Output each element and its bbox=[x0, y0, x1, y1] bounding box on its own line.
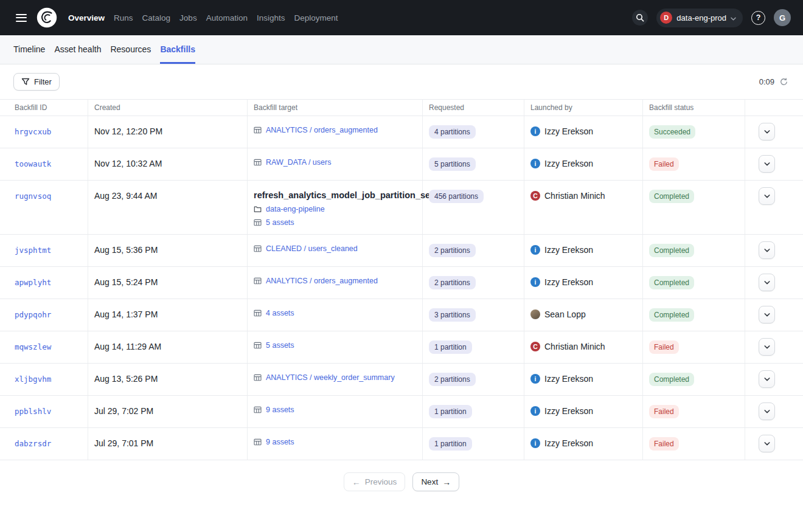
backfill-id-link[interactable]: hrgvcxub bbox=[15, 127, 51, 136]
target-line: CLEANED / users_cleaned bbox=[254, 244, 415, 253]
nav-item-runs[interactable]: Runs bbox=[114, 13, 133, 22]
requested-cell: 5 partitions bbox=[423, 148, 524, 180]
next-button[interactable]: Next → bbox=[412, 472, 459, 491]
backfill-target-cell: ANALYTICS / orders_augmented bbox=[248, 116, 423, 148]
launched-by-cell: iIzzy Erekson bbox=[524, 148, 643, 180]
menu-icon[interactable] bbox=[12, 10, 30, 26]
chevron-down-icon bbox=[764, 410, 770, 413]
actions-cell bbox=[745, 267, 803, 299]
backfill-id-link[interactable]: mqwszlew bbox=[15, 342, 51, 351]
status-cell: Succeeded bbox=[643, 116, 745, 148]
table-row: dabzrsdrJul 29, 7:01 PM9 assets1 partiti… bbox=[0, 428, 803, 460]
backfill-id-cell: pdypqohr bbox=[0, 299, 88, 331]
toolbar: Filter 0:09 bbox=[0, 64, 803, 99]
target-link[interactable]: 5 assets bbox=[266, 218, 294, 227]
tab-resources[interactable]: Resources bbox=[110, 35, 151, 64]
column-header-launched-by: Launched by bbox=[524, 100, 643, 116]
backfill-id-link[interactable]: dabzrsdr bbox=[15, 439, 51, 448]
backfill-id-link[interactable]: jvsphtmt bbox=[15, 246, 51, 255]
refresh-timer: 0:09 bbox=[759, 77, 774, 86]
created-cell: Nov 12, 10:32 AM bbox=[88, 148, 248, 180]
refresh-icon[interactable] bbox=[779, 77, 788, 86]
row-menu-button[interactable] bbox=[759, 274, 775, 291]
help-icon[interactable]: ? bbox=[751, 11, 765, 25]
backfill-id-link[interactable]: pdypqohr bbox=[15, 310, 51, 319]
backfill-id-link[interactable]: toowautk bbox=[15, 159, 51, 168]
filter-button[interactable]: Filter bbox=[13, 73, 60, 91]
requested-cell: 1 partition bbox=[423, 428, 524, 460]
arrow-right-icon: → bbox=[442, 478, 451, 486]
asset-table-icon bbox=[254, 245, 262, 252]
nav-item-insights[interactable]: Insights bbox=[257, 13, 285, 22]
target-link[interactable]: ANALYTICS / orders_augmented bbox=[266, 126, 378, 134]
target-line: ANALYTICS / weekly_order_summary bbox=[254, 373, 415, 382]
tab-asset-health[interactable]: Asset health bbox=[54, 35, 101, 64]
asset-table-icon bbox=[254, 374, 262, 381]
launched-by-name: Izzy Erekson bbox=[544, 438, 593, 448]
backfill-id-cell: toowautk bbox=[0, 148, 88, 180]
backfill-id-link[interactable]: apwplyht bbox=[15, 278, 51, 287]
user-wrap: CChristian Minich bbox=[530, 191, 635, 201]
table-row: xljbgvhmAug 13, 5:26 PMANALYTICS / weekl… bbox=[0, 364, 803, 396]
target-line: 9 assets bbox=[254, 438, 415, 446]
target-line: 5 assets bbox=[254, 341, 415, 350]
launched-by-name: Izzy Erekson bbox=[544, 374, 593, 384]
requested-badge: 3 partitions bbox=[429, 308, 476, 322]
row-menu-button[interactable] bbox=[759, 338, 775, 356]
nav-item-automation[interactable]: Automation bbox=[206, 13, 248, 22]
row-menu-button[interactable] bbox=[759, 435, 775, 452]
tab-timeline[interactable]: Timeline bbox=[13, 35, 45, 64]
target-link[interactable]: ANALYTICS / weekly_order_summary bbox=[266, 373, 395, 382]
nav-item-jobs[interactable]: Jobs bbox=[179, 13, 197, 22]
deployment-switcher[interactable]: D data-eng-prod bbox=[656, 9, 743, 27]
status-cell: Completed bbox=[643, 181, 745, 234]
backfill-id-link[interactable]: xljbgvhm bbox=[15, 375, 51, 384]
search-icon[interactable] bbox=[632, 10, 648, 26]
row-menu-button[interactable] bbox=[759, 241, 775, 259]
target-link[interactable]: data-eng-pipeline bbox=[266, 205, 325, 213]
backfill-target-cell: 9 assets bbox=[248, 396, 423, 427]
job-name-link[interactable]: refresh_analytics_model_job_partition_se… bbox=[254, 190, 433, 200]
nav-item-catalog[interactable]: Catalog bbox=[142, 13, 171, 22]
backfill-id-link[interactable]: rugnvsoq bbox=[15, 192, 51, 201]
folder-icon bbox=[254, 206, 262, 213]
launched-by-avatar: i bbox=[530, 126, 540, 136]
status-cell: Failed bbox=[643, 396, 745, 427]
row-menu-button[interactable] bbox=[759, 370, 775, 388]
chevron-down-icon bbox=[764, 281, 770, 285]
backfill-id-cell: xljbgvhm bbox=[0, 364, 88, 395]
actions-cell bbox=[745, 116, 803, 148]
nav-item-deployment[interactable]: Deployment bbox=[294, 13, 338, 22]
target-link[interactable]: 9 assets bbox=[266, 406, 294, 414]
chevron-down-icon bbox=[764, 130, 770, 134]
nav-item-overview[interactable]: Overview bbox=[68, 13, 105, 22]
target-link[interactable]: CLEANED / users_cleaned bbox=[266, 244, 358, 253]
backfill-target-cell: refresh_analytics_model_job_partition_se… bbox=[248, 181, 423, 234]
requested-badge: 1 partition bbox=[429, 340, 472, 354]
launched-by-avatar: i bbox=[530, 277, 540, 287]
launched-by-cell: CChristian Minich bbox=[524, 181, 643, 234]
table-row: pdypqohrAug 14, 1:37 PM4 assets3 partiti… bbox=[0, 299, 803, 331]
target-link[interactable]: 5 assets bbox=[266, 341, 294, 350]
backfill-id-cell: apwplyht bbox=[0, 267, 88, 299]
target-link[interactable]: ANALYTICS / orders_augmented bbox=[266, 277, 378, 285]
previous-button[interactable]: ← Previous bbox=[344, 472, 406, 491]
next-label: Next bbox=[421, 477, 438, 486]
target-link[interactable]: RAW_DATA / users bbox=[266, 158, 331, 167]
user-avatar[interactable]: G bbox=[774, 9, 791, 26]
target-link[interactable]: 9 assets bbox=[266, 438, 294, 446]
target-link[interactable]: 4 assets bbox=[266, 309, 294, 317]
tab-backfills[interactable]: Backfills bbox=[160, 35, 195, 64]
row-menu-button[interactable] bbox=[759, 187, 775, 205]
row-menu-button[interactable] bbox=[759, 306, 775, 323]
backfill-id-link[interactable]: ppblshlv bbox=[15, 407, 51, 416]
requested-badge: 1 partition bbox=[429, 405, 472, 418]
row-menu-button[interactable] bbox=[759, 123, 775, 140]
status-badge: Completed bbox=[649, 244, 694, 257]
table-row: ppblshlvJul 29, 7:02 PM9 assets1 partiti… bbox=[0, 396, 803, 428]
status-badge: Completed bbox=[649, 276, 694, 289]
pagination: ← Previous Next → bbox=[0, 472, 803, 491]
row-menu-button[interactable] bbox=[759, 155, 775, 173]
row-menu-button[interactable] bbox=[759, 402, 775, 420]
filter-label: Filter bbox=[34, 77, 52, 86]
